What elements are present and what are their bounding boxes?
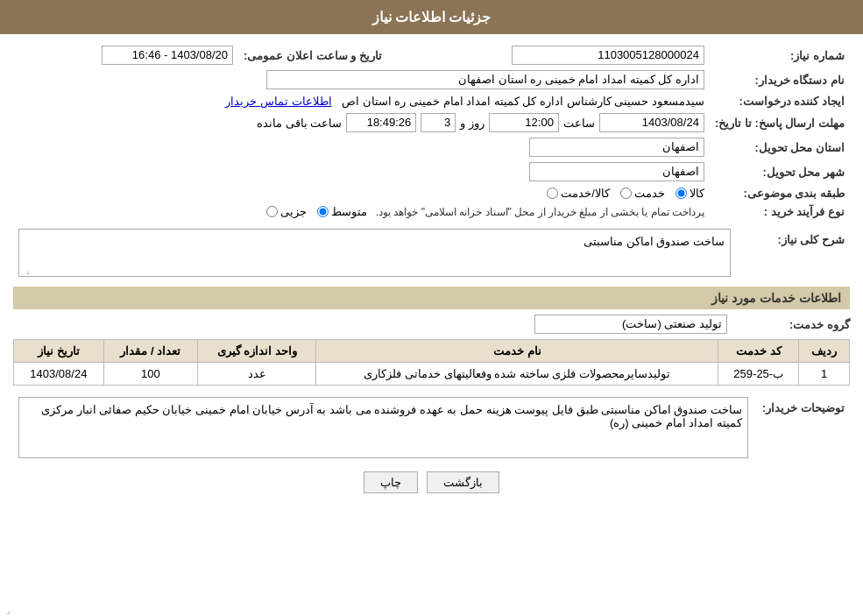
col-service-code: کد خدمت (718, 340, 799, 363)
table-row: 1 ب-25-259 تولیدسایرمحصولات فلزی ساخته ش… (14, 363, 850, 386)
requester-org-label: نام دستگاه خریدار: (710, 67, 850, 92)
cell-quantity: 100 (103, 363, 197, 386)
delivery-province-input: اصفهان (529, 138, 704, 157)
back-button[interactable]: بازگشت (427, 471, 499, 493)
buyer-description-box: ساخت صندوق اماکن مناسبتی طبق فایل پیوست … (18, 397, 748, 458)
creator-text: سیدمسعود حسینی کارشناس اداره کل کمیته ام… (342, 95, 704, 108)
cell-service-name: تولیدسایرمحصولات فلزی ساخته شده وفعالیته… (316, 363, 718, 386)
requester-org-value: اداره کل کمیته امداد امام خمینی ره استان… (13, 67, 710, 92)
purchase-type-label: نوع فرآیند خرید : (710, 202, 850, 221)
delivery-city-label: شهر محل تحویل: (710, 159, 850, 184)
announce-datetime-input: 1403/08/20 - 16:46 (102, 46, 233, 65)
service-group-value: تولید صنعتی (ساخت) (534, 315, 727, 334)
delivery-province-label: استان محل تحویل: (710, 135, 850, 159)
general-desc-text: ساخت صندوق اماکن مناسبتی (584, 235, 725, 248)
response-time-input: 12:00 (489, 113, 559, 132)
creator-label: ایجاد کننده درخواست: (710, 92, 850, 110)
creator-value: سیدمسعود حسینی کارشناس اداره کل کمیته ام… (13, 92, 710, 110)
requester-org-input: اداره کل کمیته امداد امام خمینی ره استان… (266, 70, 704, 89)
need-number-label: شماره نیاز: (710, 43, 850, 67)
col-service-name: نام خدمت (316, 340, 718, 363)
creator-contact-link[interactable]: اطلاعات تماس خریدار (225, 95, 331, 108)
cell-unit: عدد (198, 363, 316, 386)
general-desc-label: شرح کلی نیاز: (736, 226, 850, 280)
cell-service-code: ب-25-259 (718, 363, 799, 386)
response-days-label: روز و (460, 117, 485, 130)
cell-date: 1403/08/24 (14, 363, 104, 386)
service-group-label: گروه خدمت: (736, 318, 850, 331)
category-kala-radio[interactable] (676, 188, 687, 199)
response-remaining-input: 18:49:26 (346, 113, 416, 132)
col-date: تاریخ نیاز (14, 340, 104, 363)
purchase-type-جزیی-label: جزیی (280, 205, 307, 218)
page-title: جزئیات اطلاعات نیاز (0, 0, 863, 34)
category-radio-group: کالا خدمت کالا/خدمت (547, 187, 704, 200)
announce-datetime-label: تاریخ و ساعت اعلان عمومی: (238, 43, 387, 67)
category-kala-khedmat-option[interactable]: کالا/خدمت (547, 187, 610, 200)
general-desc-box: ساخت صندوق اماکن مناسبتی ⌟ (18, 229, 731, 277)
purchase-type-متوسط-label: متوسط (331, 205, 367, 218)
buyer-desc-resize-handle: ⌟ (2, 605, 11, 614)
response-remaining-label: ساعت باقی مانده (257, 117, 342, 130)
delivery-city-input: اصفهان (529, 162, 704, 181)
col-quantity: تعداد / مقدار (103, 340, 197, 363)
purchase-type-متوسط-option[interactable]: متوسط (317, 205, 367, 218)
resize-handle: ⌟ (21, 266, 30, 274)
category-label: طبقه بندی موضوعی: (710, 184, 850, 202)
services-section-header: اطلاعات خدمات مورد نیاز (13, 287, 850, 309)
category-kala-khedmat-radio[interactable] (547, 188, 558, 199)
purchase-type-متوسط-radio[interactable] (317, 206, 329, 217)
response-time-label: ساعت (563, 117, 595, 130)
print-button[interactable]: چاپ (364, 471, 418, 493)
need-number-input: 1103005128000024 (512, 46, 704, 65)
col-unit: واحد اندازه گیری (198, 340, 316, 363)
purchase-type-جزیی-option[interactable]: جزیی (266, 205, 307, 218)
response-date-input: 1403/08/24 (599, 113, 704, 132)
service-table: ردیف کد خدمت نام خدمت واحد اندازه گیری ت… (13, 339, 850, 386)
category-khedmat-radio[interactable] (620, 188, 632, 199)
category-kala-option[interactable]: کالا (676, 187, 704, 200)
cell-row-num: 1 (799, 363, 850, 386)
category-khedmat-label: خدمت (634, 187, 665, 200)
col-row-num: ردیف (799, 340, 850, 363)
buyer-description-text: ساخت صندوق اماکن مناسبتی طبق فایل پیوست … (41, 403, 742, 429)
response-days-input: 3 (421, 113, 456, 132)
buyer-description-label: توضیحات خریدار: (753, 394, 850, 461)
response-deadline-label: مهلت ارسال پاسخ: تا تاریخ: (710, 110, 850, 135)
category-kala-label: کالا (690, 187, 704, 200)
action-buttons: بازگشت چاپ (13, 471, 850, 493)
need-number-value: 1103005128000024 (387, 43, 710, 67)
purchase-type-note: پرداخت تمام یا بخشی از مبلغ خریدار از مح… (376, 206, 704, 218)
announce-datetime-value: 1403/08/20 - 16:46 (13, 43, 238, 67)
purchase-type-جزیی-radio[interactable] (266, 206, 278, 217)
category-kala-khedmat-label: کالا/خدمت (561, 187, 610, 200)
category-khedmat-option[interactable]: خدمت (620, 187, 665, 200)
